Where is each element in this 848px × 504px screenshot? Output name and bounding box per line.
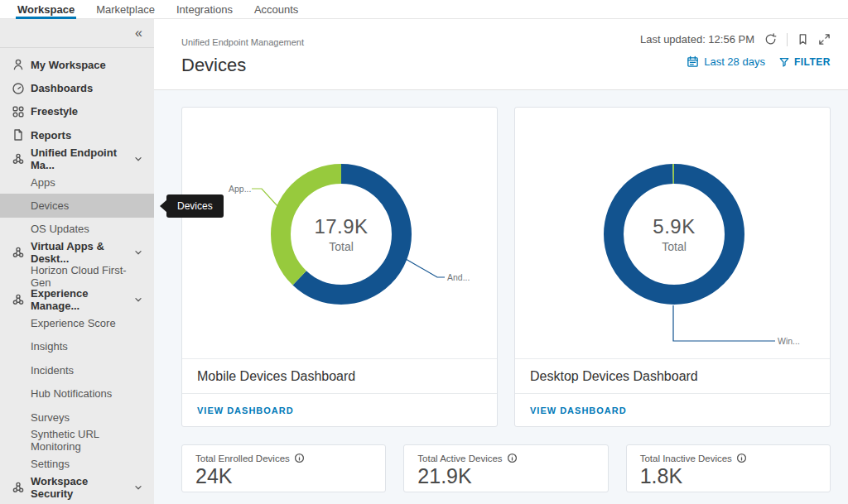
report-icon: [12, 128, 25, 142]
filter-icon[interactable]: [778, 56, 790, 68]
sidebar-item-incidents[interactable]: Incidents: [0, 358, 154, 382]
sidebar-item-os-updates[interactable]: OS Updates: [0, 218, 154, 241]
tab-accounts[interactable]: Accounts: [243, 0, 309, 18]
refresh-icon[interactable]: [764, 32, 778, 46]
chevron-down-icon: [132, 482, 144, 493]
sidebar-collapse-button[interactable]: «: [135, 26, 142, 40]
sidebar-item-dashboards[interactable]: Dashboards: [0, 76, 154, 99]
chevron-down-icon: [132, 153, 144, 165]
desktop-devices-card: 5.9K Total Win... Desktop Devices Dashbo…: [514, 107, 831, 427]
breadcrumb: Unified Endpoint Management: [181, 37, 304, 47]
segment-label-android: And...: [447, 272, 470, 282]
sidebar-item-my-workspace[interactable]: My Workspace: [0, 53, 154, 76]
info-icon[interactable]: [294, 453, 305, 463]
sidebar-nav-list: My Workspace Dashboards Freestyle Report…: [0, 53, 154, 499]
sidebar-item-insights[interactable]: Insights: [0, 335, 154, 358]
desktop-devices-chart-area: 5.9K Total Win...: [515, 108, 830, 358]
module-icon: [12, 152, 25, 166]
sidebar-item-settings[interactable]: Settings: [0, 453, 154, 476]
sidebar-item-devices[interactable]: Devices: [0, 194, 154, 217]
mobile-devices-card: 17.9K Total App... And... Mobile Devices…: [181, 107, 498, 427]
segment-label-windows: Win...: [778, 336, 800, 346]
kpi-row: Total Enrolled Devices 24K Total Active …: [181, 444, 831, 492]
sidebar: « My Workspace Dashboards Freestyle Repo…: [0, 19, 154, 504]
info-icon[interactable]: [507, 453, 518, 463]
stat-total-enrolled-devices: Total Enrolled Devices 24K: [181, 444, 386, 492]
stat-value: 1.8K: [640, 464, 817, 488]
sidebar-item-horizon-cloud-first-gen[interactable]: Horizon Cloud First-Gen: [0, 265, 154, 288]
sidebar-item-synthetic-url-monitoring[interactable]: Synthetic URL Monitoring: [0, 429, 154, 452]
mobile-devices-donut-chart[interactable]: [268, 161, 414, 307]
dashboard-content: 17.9K Total App... And... Mobile Devices…: [154, 89, 848, 504]
info-icon[interactable]: [736, 453, 747, 463]
sidebar-item-experience-management[interactable]: Experience Manage...: [0, 288, 154, 311]
sidebar-item-virtual-apps-desktops[interactable]: Virtual Apps & Deskt...: [0, 241, 154, 264]
view-dashboard-link[interactable]: VIEW DASHBOARD: [197, 406, 294, 415]
sidebar-item-experience-score[interactable]: Experience Score: [0, 311, 154, 334]
sidebar-item-workspace-security[interactable]: Workspace Security: [0, 476, 154, 499]
header-divider: [787, 33, 788, 46]
module-icon: [12, 481, 25, 494]
chevron-down-icon: [132, 247, 144, 258]
sidebar-item-freestyle[interactable]: Freestyle: [0, 100, 154, 123]
tab-integrations[interactable]: Integrations: [166, 0, 243, 18]
card-title: Desktop Devices Dashboard: [515, 358, 830, 393]
date-range-button[interactable]: Last 28 days: [704, 55, 765, 68]
mobile-devices-chart-area: 17.9K Total App... And...: [182, 108, 497, 358]
tab-workspace[interactable]: Workspace: [7, 0, 85, 18]
stat-value: 24K: [195, 464, 372, 488]
card-title: Mobile Devices Dashboard: [182, 358, 497, 393]
expand-icon[interactable]: [818, 33, 831, 46]
calendar-icon: [687, 55, 699, 68]
module-icon: [12, 293, 25, 306]
bookmark-icon[interactable]: [797, 33, 809, 46]
sidebar-item-surveys[interactable]: Surveys: [0, 406, 154, 429]
devices-tooltip: Devices: [166, 194, 224, 218]
page-title: Devices: [181, 55, 304, 76]
sidebar-item-unified-endpoint-management[interactable]: Unified Endpoint Ma...: [0, 147, 154, 170]
top-nav: Workspace Marketplace Integrations Accou…: [0, 0, 848, 19]
page-header: Unified Endpoint Management Devices Last…: [154, 19, 848, 89]
sidebar-item-hub-notifications[interactable]: Hub Notifications: [0, 382, 154, 405]
stat-value: 21.9K: [417, 464, 594, 488]
tab-marketplace[interactable]: Marketplace: [85, 0, 166, 18]
desktop-devices-donut-chart[interactable]: [601, 161, 747, 307]
freestyle-icon: [12, 105, 25, 118]
view-dashboard-link[interactable]: VIEW DASHBOARD: [530, 406, 627, 415]
stat-total-inactive-devices: Total Inactive Devices 1.8K: [626, 444, 831, 492]
last-updated-text: Last updated: 12:56 PM: [640, 33, 754, 46]
user-icon: [12, 58, 25, 71]
filter-button[interactable]: FILTER: [794, 56, 831, 68]
module-icon: [12, 246, 25, 259]
stat-total-active-devices: Total Active Devices 21.9K: [403, 444, 608, 492]
segment-label-apple: App...: [229, 184, 251, 194]
main-area: Unified Endpoint Management Devices Last…: [154, 19, 848, 504]
dashboard-icon: [12, 82, 25, 95]
chevron-down-icon: [132, 294, 144, 305]
sidebar-item-reports[interactable]: Reports: [0, 123, 154, 146]
sidebar-item-apps[interactable]: Apps: [0, 170, 154, 194]
